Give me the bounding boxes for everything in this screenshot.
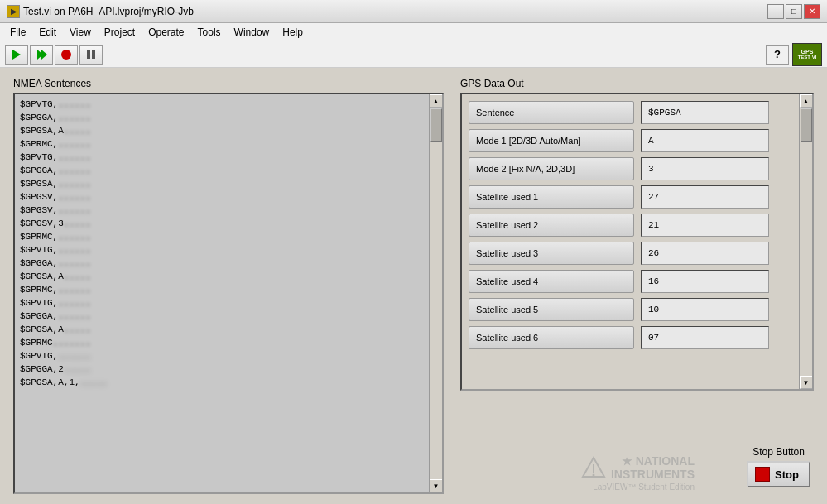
svg-point-3	[61, 50, 71, 60]
nmea-list[interactable]: $GPVTG,...... $GPGGA,...... $GPGSA,A....…	[13, 93, 444, 494]
toolbar: ? GPS TEST VI	[0, 41, 827, 68]
close-button[interactable]: ✕	[804, 4, 820, 19]
gps-row-label: Satellite used 5	[469, 298, 634, 321]
menu-file[interactable]: File	[3, 25, 32, 40]
gps-indicator: GPS TEST VI	[792, 43, 822, 66]
gps-row-value: 27	[641, 185, 769, 209]
list-item: $GPVTG,......	[20, 349, 437, 362]
title-bar: ▶ Test.vi on PA6H_API.lvproj/myRIO-Jvb —…	[0, 0, 827, 23]
scroll-up-arrow[interactable]: ▲	[430, 94, 443, 108]
nmea-content: $GPVTG,...... $GPGGA,...... $GPGSA,A....…	[15, 94, 442, 392]
gps-row-value: $GPGSA	[641, 101, 769, 124]
list-item: $GPGGA,......	[20, 164, 437, 177]
menu-edit[interactable]: Edit	[32, 25, 63, 40]
list-item: $GPGSA,A.....	[20, 124, 437, 137]
stop-button[interactable]: Stop	[747, 461, 810, 487]
list-item: $GPGSA,A,1,.....	[20, 376, 437, 389]
gps-row: Sentence$GPGSA	[469, 101, 805, 124]
gps-row-value: 3	[641, 157, 769, 180]
list-item: $GPGSA,A.....	[20, 270, 437, 283]
gps-panel: GPS Data Out Sentence$GPGSAMode 1 [2D/3D…	[460, 78, 814, 494]
gps-row-value: A	[641, 129, 769, 152]
gps-row-value: 21	[641, 214, 769, 237]
svg-rect-5	[92, 50, 95, 59]
nmea-panel: NMEA Sentences $GPVTG,...... $GPGGA,....…	[13, 78, 444, 494]
menu-bar: File Edit View Project Operate Tools Win…	[0, 23, 827, 41]
scroll-down-arrow[interactable]: ▼	[430, 479, 443, 492]
ni-name-line1: ★ NATIONAL	[611, 455, 695, 468]
minimize-button[interactable]: —	[767, 4, 784, 19]
gps-title: GPS Data Out	[460, 78, 814, 89]
stop-text: Stop	[775, 468, 799, 481]
menu-view[interactable]: View	[63, 25, 98, 40]
stop-red-indicator	[755, 467, 770, 482]
list-item: $GPGSA,A.....	[20, 323, 437, 336]
list-item: $GPGGA,......	[20, 111, 437, 124]
gps-data-box: Sentence$GPGSAMode 1 [2D/3D Auto/Man]AMo…	[460, 93, 814, 391]
svg-point-8	[592, 473, 594, 476]
gps-row-label: Mode 2 [Fix N/A, 2D,3D]	[469, 157, 634, 180]
list-item: $GPGGA,2.....	[20, 362, 437, 376]
gps-row: Satellite used 326	[469, 242, 805, 265]
maximize-button[interactable]: □	[786, 4, 802, 19]
pause-button[interactable]	[79, 45, 103, 65]
menu-operate[interactable]: Operate	[142, 25, 190, 40]
gps-row-label: Satellite used 6	[469, 326, 634, 349]
ni-logo-icon	[581, 456, 606, 481]
svg-rect-4	[87, 50, 90, 59]
gps-row-label: Satellite used 1	[469, 185, 634, 209]
stop-area: Stop Button Stop	[747, 446, 810, 487]
list-item: $GPVTG,......	[20, 151, 437, 164]
list-item: $GPRMC,......	[20, 283, 437, 296]
list-item: $GPGGA,......	[20, 257, 437, 270]
ni-edition-label: LabVIEW™ Student Edition	[581, 482, 695, 492]
gps-row: Satellite used 221	[469, 214, 805, 237]
menu-project[interactable]: Project	[98, 25, 142, 40]
gps-row: Satellite used 607	[469, 326, 805, 349]
gps-rows: Sentence$GPGSAMode 1 [2D/3D Auto/Man]AMo…	[462, 94, 812, 356]
scroll-track[interactable]	[430, 108, 443, 479]
gps-row: Satellite used 127	[469, 185, 805, 209]
gps-row-value: 10	[641, 298, 769, 321]
gps-row-value: 07	[641, 326, 769, 349]
gps-scrollbar[interactable]: ▲ ▼	[799, 94, 812, 389]
svg-marker-2	[41, 50, 47, 60]
gps-scroll-down[interactable]: ▼	[800, 376, 813, 389]
gps-row: Mode 2 [Fix N/A, 2D,3D]3	[469, 157, 805, 180]
list-item: $GPVTG,......	[20, 243, 437, 257]
gps-row: Satellite used 416	[469, 270, 805, 293]
gps-scroll-thumb[interactable]	[801, 108, 812, 142]
gps-row-label: Mode 1 [2D/3D Auto/Man]	[469, 129, 634, 152]
gps-row: Mode 1 [2D/3D Auto/Man]A	[469, 129, 805, 152]
list-item: $GPRMC,......	[20, 230, 437, 243]
list-item: $GPVTG,......	[20, 296, 437, 310]
help-button[interactable]: ?	[766, 45, 789, 65]
gps-row-label: Satellite used 3	[469, 242, 634, 265]
gps-scroll-up[interactable]: ▲	[800, 94, 813, 108]
gps-row-value: 26	[641, 242, 769, 265]
list-item: $GPGSV,3.....	[20, 217, 437, 230]
run-continuously-button[interactable]	[30, 45, 53, 65]
nmea-title: NMEA Sentences	[13, 78, 444, 89]
ni-name-line2: INSTRUMENTS	[611, 468, 695, 481]
list-item: $GPRMC.......	[20, 336, 437, 349]
ni-logo: ★ NATIONAL INSTRUMENTS LabVIEW™ Student …	[581, 455, 695, 492]
list-item: $GPRMC,......	[20, 137, 437, 151]
gps-row: Satellite used 510	[469, 298, 805, 321]
list-item: $GPGGA,......	[20, 310, 437, 323]
abort-button[interactable]	[55, 45, 78, 65]
gps-row-label: Satellite used 2	[469, 214, 634, 237]
gps-scroll-track[interactable]	[800, 108, 813, 376]
gps-row-label: Satellite used 4	[469, 270, 634, 293]
stop-button-label: Stop Button	[752, 446, 805, 458]
list-item: $GPGSA,......	[20, 177, 437, 190]
menu-tools[interactable]: Tools	[191, 25, 228, 40]
menu-help[interactable]: Help	[276, 25, 310, 40]
run-button[interactable]	[5, 45, 28, 65]
menu-window[interactable]: Window	[228, 25, 276, 40]
nmea-scrollbar[interactable]: ▲ ▼	[429, 94, 442, 492]
list-item: $GPGSV,......	[20, 190, 437, 204]
main-content: NMEA Sentences $GPVTG,...... $GPGGA,....…	[0, 68, 827, 504]
gps-row-value: 16	[641, 270, 769, 293]
scroll-thumb[interactable]	[430, 108, 442, 142]
